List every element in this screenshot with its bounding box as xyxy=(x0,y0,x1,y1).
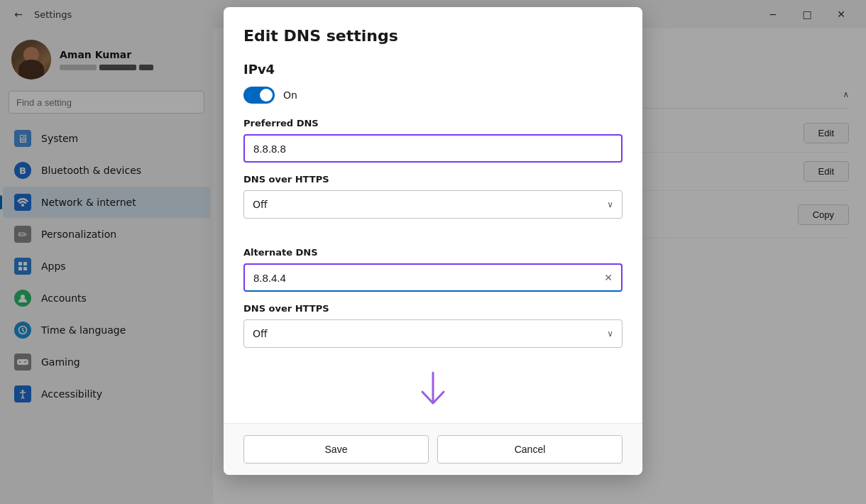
section-divider xyxy=(243,233,623,247)
clear-alternate-dns-button[interactable]: ✕ xyxy=(601,270,615,285)
dialog-footer: Save Cancel xyxy=(224,423,642,475)
alternate-https-dropdown[interactable]: Off ∨ xyxy=(243,319,623,348)
dialog-body: Edit DNS settings IPv4 On Preferred DNS … xyxy=(224,7,642,415)
preferred-dns-wrapper xyxy=(243,134,623,163)
edit-dns-dialog: Edit DNS settings IPv4 On Preferred DNS … xyxy=(224,7,642,475)
save-button[interactable]: Save xyxy=(243,435,429,464)
preferred-https-dropdown[interactable]: Off ∨ xyxy=(243,190,623,219)
alternate-dns-wrapper: ✕ xyxy=(243,263,623,292)
alternate-https-value: Off xyxy=(253,328,268,339)
alternate-dns-input[interactable] xyxy=(243,263,623,292)
alternate-https-row: DNS over HTTPS Off ∨ xyxy=(243,303,623,348)
preferred-https-value: Off xyxy=(253,199,268,210)
ipv4-heading: IPv4 xyxy=(243,62,623,77)
dialog-title: Edit DNS settings xyxy=(243,27,623,45)
ipv4-toggle[interactable] xyxy=(243,87,275,104)
settings-window: ← Settings − □ ✕ Aman Kumar xyxy=(0,0,866,504)
cancel-button[interactable]: Cancel xyxy=(437,435,623,464)
preferred-dns-label: Preferred DNS xyxy=(243,118,623,128)
preferred-dns-input[interactable] xyxy=(243,134,623,163)
toggle-row: On xyxy=(243,87,623,104)
preferred-https-row: DNS over HTTPS Off ∨ xyxy=(243,174,623,219)
alternate-https-label: DNS over HTTPS xyxy=(243,303,623,314)
annotation-arrow xyxy=(243,362,623,415)
chevron-down-icon-2: ∨ xyxy=(607,329,613,339)
preferred-https-label: DNS over HTTPS xyxy=(243,174,623,185)
down-arrow-svg xyxy=(412,369,454,412)
alternate-dns-label: Alternate DNS xyxy=(243,247,623,258)
modal-overlay: Edit DNS settings IPv4 On Preferred DNS … xyxy=(0,0,866,504)
toggle-label: On xyxy=(283,89,297,101)
chevron-down-icon: ∨ xyxy=(607,199,613,209)
